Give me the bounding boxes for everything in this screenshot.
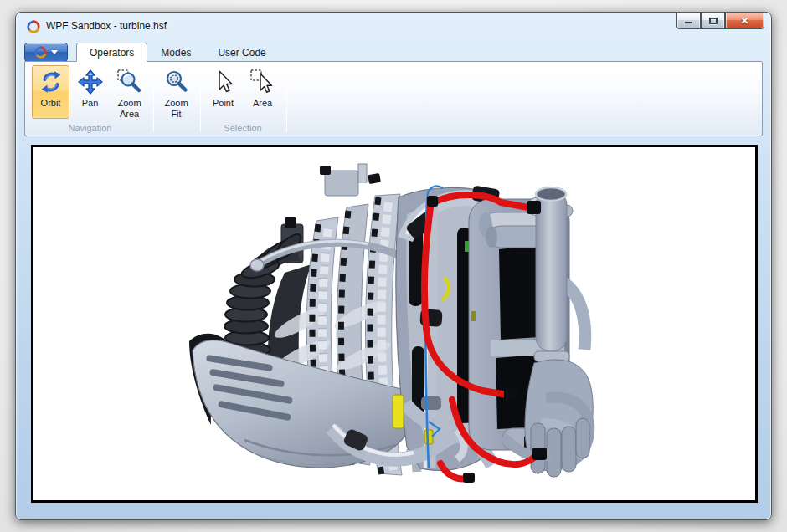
close-icon: ✕ [740, 16, 748, 26]
turbine-model-render [33, 147, 755, 500]
zoom-fit-label: Zoom Fit [158, 98, 194, 119]
group-separator [286, 68, 287, 132]
point-label: Point [213, 98, 234, 109]
pan-label: Pan [82, 98, 99, 109]
ribbon-group-selection: Point Area Selection [201, 64, 285, 136]
pan-icon [77, 69, 104, 95]
titlebar: WPF Sandbox - turbine.hsf ✕ [16, 13, 771, 41]
chevron-down-icon [51, 50, 58, 54]
window-title: WPF Sandbox - turbine.hsf [46, 20, 167, 32]
app-logo-icon [27, 20, 40, 33]
ribbon: Orbit Pan [24, 61, 763, 136]
orbit-icon [38, 69, 64, 95]
area-select-button[interactable]: Area [244, 65, 281, 119]
close-button[interactable]: ✕ [725, 13, 764, 29]
group-label-navigation: Navigation [28, 121, 152, 136]
area-label: Area [253, 98, 272, 109]
zoom-area-label: Zoom Area [111, 98, 147, 119]
group-label-empty [154, 131, 198, 136]
point-select-button[interactable]: Point [204, 65, 242, 119]
area-cursor-icon [249, 69, 276, 95]
tab-operators[interactable]: Operators [76, 43, 147, 62]
application-menu-button[interactable] [24, 43, 68, 62]
app-swirl-icon [34, 46, 47, 59]
orbit-button[interactable]: Orbit [32, 65, 69, 119]
maximize-icon [709, 18, 718, 24]
ribbon-group-navigation: Orbit Pan [28, 64, 152, 136]
tab-modes[interactable]: Modes [147, 43, 204, 62]
zoom-area-button[interactable]: Zoom Area [111, 65, 148, 120]
minimize-icon [685, 22, 692, 24]
orbit-label: Orbit [41, 98, 61, 109]
ribbon-tab-strip: Operators Modes User Code [24, 41, 763, 62]
pan-button[interactable]: Pan [71, 65, 109, 119]
group-label-selection: Selection [201, 121, 285, 136]
maximize-button[interactable] [701, 13, 725, 29]
ribbon-group-zoom-fit: Zoom Fit [154, 64, 198, 136]
app-window: WPF Sandbox - turbine.hsf ✕ Operators Mo… [15, 12, 772, 520]
zoom-area-icon [116, 69, 143, 95]
3d-viewport[interactable] [31, 145, 758, 503]
window-controls: ✕ [676, 13, 764, 29]
point-cursor-icon [210, 69, 237, 95]
zoom-fit-icon [163, 69, 190, 95]
minimize-button[interactable] [676, 13, 701, 29]
zoom-fit-button[interactable]: Zoom Fit [157, 65, 195, 120]
tab-user-code[interactable]: User Code [204, 43, 279, 62]
